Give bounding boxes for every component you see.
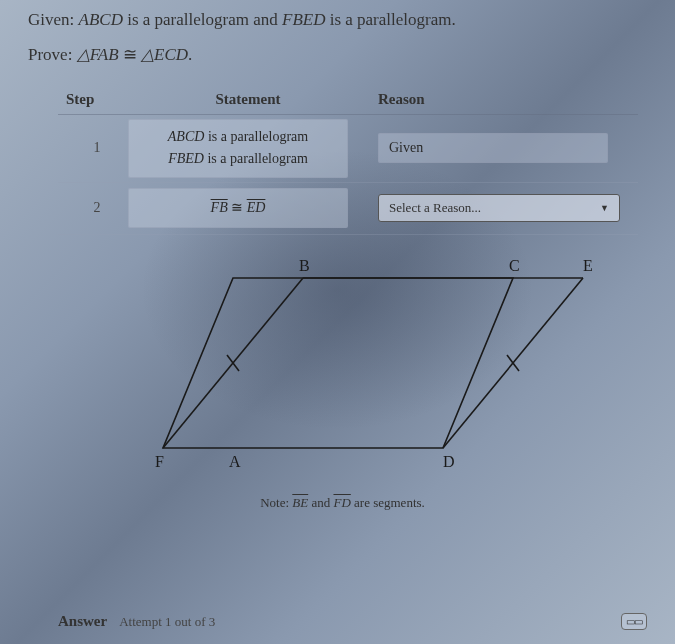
- reason-select[interactable]: Select a Reason... ▼: [378, 194, 620, 222]
- svg-text:D: D: [443, 453, 455, 470]
- svg-text:B: B: [299, 257, 310, 274]
- prove-text: Prove: △FAB ≅ △ECD.: [28, 44, 657, 65]
- attempt-text: Attempt 1 out of 3: [119, 614, 215, 629]
- svg-text:F: F: [155, 453, 164, 470]
- reason-cell[interactable]: Given: [378, 133, 608, 163]
- step-number: 1: [58, 140, 128, 156]
- svg-text:A: A: [229, 453, 241, 470]
- chevron-down-icon: ▼: [600, 203, 609, 213]
- statement-cell[interactable]: ABCD is a parallelogram FBED is a parall…: [128, 119, 348, 178]
- geometry-diagram: B C E F A D: [93, 253, 593, 483]
- answer-label: Answer: [58, 613, 107, 629]
- header-reason: Reason: [368, 91, 628, 108]
- statement-cell[interactable]: FB ≅ ED: [128, 188, 348, 228]
- note-text: Note: BE and FD are segments.: [28, 495, 657, 511]
- step-number: 2: [58, 200, 128, 216]
- svg-text:E: E: [583, 257, 593, 274]
- table-row: 1 ABCD is a parallelogram FBED is a para…: [58, 115, 638, 183]
- proof-table: Step Statement Reason 1 ABCD is a parall…: [58, 91, 638, 235]
- svg-text:C: C: [509, 257, 520, 274]
- svg-marker-0: [163, 278, 513, 448]
- header-statement: Statement: [128, 91, 368, 108]
- keyboard-icon[interactable]: ▭▭: [621, 613, 647, 630]
- given-text: Given: ABCD is a parallelogram and FBED …: [28, 10, 657, 30]
- table-row: 2 FB ≅ ED Select a Reason... ▼: [58, 183, 638, 235]
- header-step: Step: [58, 91, 128, 108]
- select-placeholder: Select a Reason...: [389, 200, 481, 216]
